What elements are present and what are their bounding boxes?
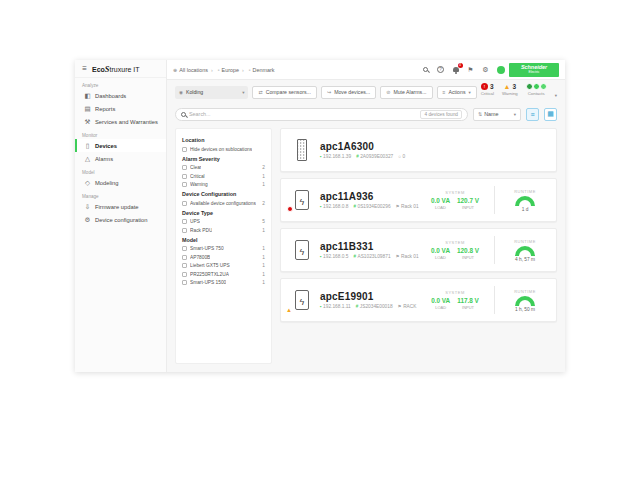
filter-warning[interactable]: Warning 1 — [182, 182, 265, 187]
filter-label: Smart-UPS 750 — [190, 246, 224, 251]
services-icon — [84, 118, 91, 126]
sidebar-section-monitor: Monitor — [75, 128, 166, 139]
sidebar-item-dashboards[interactable]: Dashboards — [75, 89, 166, 102]
critical-status[interactable]: 3 Critical — [481, 83, 494, 96]
location-filter-select[interactable]: Kolding — [175, 86, 248, 99]
device-location: Rack 01 — [401, 204, 419, 209]
network-icon — [320, 204, 322, 209]
filter-group-location: Location — [182, 137, 265, 143]
input-value: 117.8 V — [457, 297, 479, 304]
location-pin-icon — [396, 254, 400, 259]
list-view-toggle[interactable] — [526, 108, 539, 121]
actions-button[interactable]: Actions — [437, 86, 477, 99]
filter-hide-sublocations[interactable]: Hide devices on sublocations — [182, 147, 265, 152]
filter-count: 1 — [260, 228, 265, 233]
contacts-label: Contacts — [528, 91, 545, 96]
filter-ups[interactable]: UPS 5 — [182, 219, 265, 224]
critical-icon — [481, 83, 488, 90]
filter-count: 2 — [260, 165, 265, 170]
account-avatar[interactable] — [496, 65, 505, 74]
device-serial: 0S1934E00296 — [357, 204, 390, 209]
search-input-icon — [181, 112, 186, 117]
schneider-electric-logo[interactable]: Schneider Electric — [509, 63, 559, 77]
checkbox[interactable] — [182, 174, 187, 179]
sidebar-item-device-configuration[interactable]: Device configuration — [75, 213, 166, 226]
devices-icon — [84, 142, 91, 150]
filter-rack-pdu[interactable]: Rack PDU 1 — [182, 228, 265, 233]
warning-status[interactable]: 3 Warning — [502, 83, 518, 96]
filter-model-smart-ups-1500[interactable]: Smart-UPS 1500 1 — [182, 280, 265, 285]
checkbox[interactable] — [182, 272, 187, 277]
filter-model-liebert-gxt5[interactable]: Liebert GXT5 UPS 1 — [182, 263, 265, 268]
sidebar-item-firmware-update[interactable]: Firmware update — [75, 200, 166, 213]
filter-available-configurations[interactable]: Available device configurations 2 — [182, 201, 265, 206]
breadcrumb-denmark[interactable]: Denmark — [239, 67, 274, 73]
notifications-bell-icon[interactable]: 4 — [451, 65, 460, 74]
location-pin-icon — [396, 204, 400, 209]
content-area: Location Hide devices on sublocations Al… — [167, 124, 565, 372]
device-card-apc11A936[interactable]: apc11A936 192.168.0.8 0S1934E00296 Rack … — [280, 178, 557, 222]
breadcrumb-all-locations[interactable]: All locations — [173, 67, 208, 73]
sort-select[interactable]: Name — [473, 108, 521, 121]
input-label: INPUT — [457, 205, 479, 210]
settings-gear-icon[interactable] — [481, 65, 490, 74]
device-card-apc11B331[interactable]: apc11B331 192.168.0.5 AS1023L09871 Rack … — [280, 228, 557, 272]
filter-model-ap7800b[interactable]: AP7800B 1 — [182, 255, 265, 260]
checkbox[interactable] — [182, 246, 187, 251]
sidebar-item-label: Firmware update — [95, 204, 139, 210]
system-header: SYSTEM — [424, 240, 486, 245]
runtime-gauge — [515, 196, 535, 206]
breadcrumb-europe[interactable]: Europe — [208, 67, 239, 73]
sidebar-item-modeling[interactable]: Modeling — [75, 176, 166, 189]
search-input[interactable] — [189, 111, 417, 117]
move-devices-button[interactable]: Move devices... — [321, 86, 376, 99]
grid-view-toggle[interactable] — [544, 108, 557, 121]
serial-icon — [356, 154, 359, 159]
contacts-status[interactable]: Contacts — [526, 83, 547, 96]
sidebar-item-devices[interactable]: Devices — [75, 139, 166, 152]
subscriptions-flag-icon[interactable] — [466, 65, 475, 74]
checkbox[interactable] — [182, 263, 187, 268]
checkbox[interactable] — [182, 165, 187, 170]
checkbox[interactable] — [182, 182, 187, 187]
filter-model-pr2250rtxl2ua[interactable]: PR2250RTXL2UA 1 — [182, 272, 265, 277]
sidebar-item-alarms[interactable]: Alarms — [75, 152, 166, 165]
search-icon[interactable] — [421, 65, 430, 74]
all-locations-icon — [173, 67, 177, 73]
mute-icon — [386, 89, 390, 95]
checkbox[interactable] — [182, 201, 187, 206]
sidebar-item-services-warranties[interactable]: Services and Warranties — [75, 115, 166, 128]
device-card-apcE19901[interactable]: apcE19901 192.168.1.11 JS2034E00018 RACK… — [280, 278, 557, 322]
filter-clear[interactable]: Clear 2 — [182, 165, 265, 170]
device-subtitle: 192.168.1.11 JS2034E00018 RACK — [320, 304, 416, 309]
filter-count: 5 — [260, 219, 265, 224]
checkbox[interactable] — [182, 228, 187, 233]
device-metrics: SYSTEM 0.0 VALOAD 120.8 VINPUT RUNTIME — [424, 236, 547, 264]
menu-icon[interactable] — [81, 64, 88, 73]
help-icon[interactable] — [436, 65, 445, 74]
device-links: 0 — [402, 154, 405, 159]
checkbox[interactable] — [182, 219, 187, 224]
app-canvas: EcoStruxure IT Analyze Dashboards Report… — [0, 0, 640, 480]
filter-model-smart-ups-750[interactable]: Smart-UPS 750 1 — [182, 246, 265, 251]
results-count: 4 devices found — [420, 110, 462, 119]
device-card-apc1A6300[interactable]: apc1A6300 192.168.1.39 2A0939E00327 0 — [280, 128, 557, 172]
sidebar-item-reports[interactable]: Reports — [75, 102, 166, 115]
checkbox[interactable] — [182, 147, 187, 152]
rack-pdu-icon — [290, 139, 314, 161]
checkbox[interactable] — [182, 255, 187, 260]
compare-sensors-button[interactable]: Compare sensors... — [252, 86, 316, 99]
device-metrics: SYSTEM 0.0 VALOAD 120.7 VINPUT RUNTIME — [424, 186, 547, 214]
serial-icon — [353, 254, 356, 259]
chevron-down-icon — [468, 89, 470, 95]
critical-count: 3 — [490, 83, 494, 90]
filter-critical[interactable]: Critical 1 — [182, 174, 265, 179]
checkbox[interactable] — [182, 280, 187, 285]
chevron-down-icon[interactable] — [555, 83, 557, 101]
sidebar-item-label: Reports — [95, 106, 115, 112]
filter-label: Smart-UPS 1500 — [190, 280, 226, 285]
logo-rest: truxure IT — [110, 66, 140, 73]
device-config-icon — [84, 216, 91, 224]
mute-alarms-button[interactable]: Mute Alarms... — [380, 86, 432, 99]
filter-group-device-type: Device Type — [182, 210, 265, 216]
